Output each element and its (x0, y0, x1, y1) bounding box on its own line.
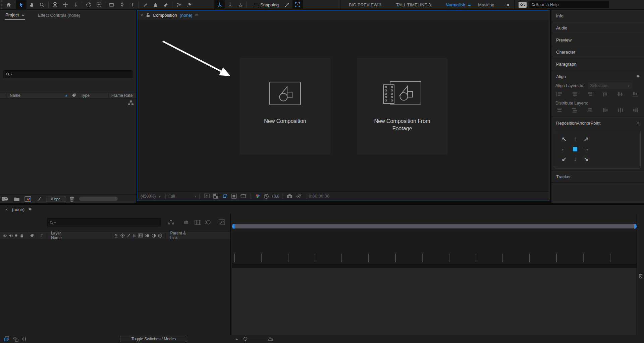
trash-icon[interactable] (69, 196, 74, 202)
world-axis-mode[interactable] (225, 0, 235, 9)
pen-tool[interactable] (117, 0, 127, 9)
snapping-checkbox[interactable] (254, 3, 258, 7)
swoosh-icon[interactable] (36, 196, 42, 202)
motion-blur-icon[interactable] (205, 219, 211, 225)
motion-blur-switch-icon[interactable] (145, 233, 150, 238)
workspace-tab-masking[interactable]: Masking (478, 2, 494, 7)
snapping-toggle[interactable]: Snapping (254, 2, 279, 7)
fast-preview-icon[interactable] (204, 194, 210, 199)
roto-brush-tool[interactable] (173, 0, 184, 9)
label-color-icon[interactable] (71, 93, 76, 97)
project-panel-menu-icon[interactable]: ≡ (21, 12, 24, 17)
timeline-panel-menu-icon[interactable]: ≡ (29, 207, 31, 212)
distribute-vertical-center-button[interactable] (571, 107, 579, 113)
new-composition-card[interactable]: New Composition (240, 58, 330, 154)
panel-header-reposition-anchor-point[interactable]: RepositionAnchorPoint ≡ (551, 117, 644, 129)
rotation-tool[interactable] (83, 0, 94, 9)
bit-depth-button[interactable]: 8 bpc (46, 196, 65, 202)
channel-icon[interactable] (255, 194, 260, 199)
anchor-bottom-left-button[interactable]: ↙ (561, 156, 566, 163)
shy-icon[interactable] (183, 219, 189, 225)
distribute-top-button[interactable] (555, 107, 564, 113)
workspace-tab-tall-timeline-3[interactable]: TALL TIMELINE 3 (396, 2, 431, 7)
anchor-switch-icon[interactable] (114, 233, 118, 238)
solo-icon[interactable] (15, 234, 17, 237)
new-composition-from-footage-card[interactable]: New Composition From Footage (357, 58, 447, 154)
anchor-center-button[interactable] (573, 147, 577, 151)
close-panel-icon[interactable]: × (141, 13, 143, 18)
flowchart-icon[interactable] (128, 100, 133, 105)
align-panel-menu-icon[interactable]: ≡ (637, 74, 639, 79)
workspace-tab-big-preview-3[interactable]: BIG PREVIEW 3 (349, 2, 381, 7)
magnification-dropdown[interactable]: (4500%) ∨ (141, 194, 163, 199)
align-layers-to-dropdown[interactable]: Selection ∨ (588, 82, 632, 89)
column-name[interactable]: Name (10, 93, 20, 98)
timeline-search-field[interactable]: ▾ (47, 218, 161, 226)
panel-header-align[interactable]: Align ≡ (551, 70, 644, 82)
zoom-tool[interactable] (37, 0, 47, 9)
mask-visibility-icon[interactable] (222, 194, 228, 199)
new-composition-icon[interactable] (24, 196, 31, 202)
orbit-camera-tool[interactable] (50, 0, 60, 9)
work-area-bar[interactable] (232, 224, 637, 229)
home-button[interactable] (3, 0, 14, 9)
extract-workarea-button[interactable] (282, 0, 292, 9)
video-eye-icon[interactable] (3, 234, 7, 237)
frame-blending-icon[interactable] (195, 220, 201, 225)
distribute-right-button[interactable] (631, 107, 640, 113)
clone-stamp-tool[interactable] (150, 0, 161, 9)
workspace-tab-normalish[interactable]: Normalish (446, 2, 466, 7)
timeline-track-area[interactable] (232, 268, 637, 335)
toolbar-grip[interactable] (0, 0, 3, 9)
mini-flowchart-icon[interactable] (168, 220, 174, 225)
help-search[interactable] (529, 1, 609, 8)
interpret-footage-icon[interactable] (2, 196, 9, 201)
exposure-value[interactable]: +0,0 (271, 194, 279, 199)
column-frame-rate[interactable]: Frame Rate (111, 93, 132, 98)
brush-tool[interactable] (140, 0, 150, 9)
anchor-bottom-right-button[interactable]: ↘ (584, 156, 588, 163)
tab-effect-controls[interactable]: Effect Controls (none) (38, 13, 80, 18)
puppet-pin-tool[interactable] (184, 0, 194, 9)
threed-layer-switch-icon[interactable] (158, 233, 162, 238)
panel-header-preview[interactable]: Preview (551, 34, 644, 46)
align-top-button[interactable] (601, 91, 610, 97)
workspace-menu-icon[interactable]: ≡ (468, 2, 471, 7)
show-snapshot-icon[interactable] (296, 194, 302, 199)
align-right-button[interactable] (586, 91, 594, 97)
column-layer-name[interactable]: Layer Name (51, 231, 69, 240)
align-vertical-center-button[interactable] (616, 91, 625, 97)
reposition-panel-menu-icon[interactable]: ≡ (637, 120, 639, 126)
column-type[interactable]: Type (81, 93, 90, 98)
work-area-end-handle[interactable] (634, 224, 637, 229)
panel-header-info[interactable]: Info (551, 10, 644, 22)
align-horizontal-center-button[interactable] (571, 91, 579, 97)
distribute-bottom-button[interactable] (586, 107, 594, 113)
panel-header-audio[interactable]: Audio (551, 22, 644, 34)
lock-icon[interactable] (146, 13, 150, 17)
frame-blend-switch-icon[interactable] (138, 233, 143, 237)
resolution-dropdown[interactable]: Full ∨ (168, 194, 197, 199)
sort-ascending-icon[interactable]: ▲ (65, 94, 68, 97)
workspace-switcher-button[interactable] (519, 2, 527, 8)
audio-speaker-icon[interactable] (9, 233, 13, 238)
transfer-controls-pane-icon[interactable] (13, 337, 18, 342)
exposure-icon[interactable] (264, 194, 269, 199)
panel-header-character[interactable]: Character (551, 46, 644, 58)
workspace-overflow-chevron[interactable]: » (506, 2, 509, 8)
comp-marker-bin-icon[interactable] (639, 274, 643, 279)
anchor-top-right-button[interactable]: ↗ (584, 136, 588, 143)
project-search-field[interactable]: ▾ (3, 70, 132, 78)
align-left-button[interactable] (555, 91, 564, 97)
help-search-input[interactable] (536, 2, 607, 7)
anchor-top-button[interactable]: ↑ (574, 136, 577, 142)
collapse-transformations-icon[interactable] (120, 233, 125, 238)
zoom-out-mountain-icon[interactable] (235, 338, 239, 341)
timeline-zoom-slider-knob[interactable] (244, 337, 247, 341)
work-area-start-handle[interactable] (232, 224, 234, 229)
pan-camera-tool[interactable] (60, 0, 70, 9)
panel-header-tracker[interactable]: Tracker (551, 170, 644, 183)
tab-project[interactable]: Project ≡ (5, 10, 25, 20)
timeline-tab-label[interactable]: (none) (12, 207, 25, 212)
close-panel-icon[interactable]: × (5, 207, 8, 212)
